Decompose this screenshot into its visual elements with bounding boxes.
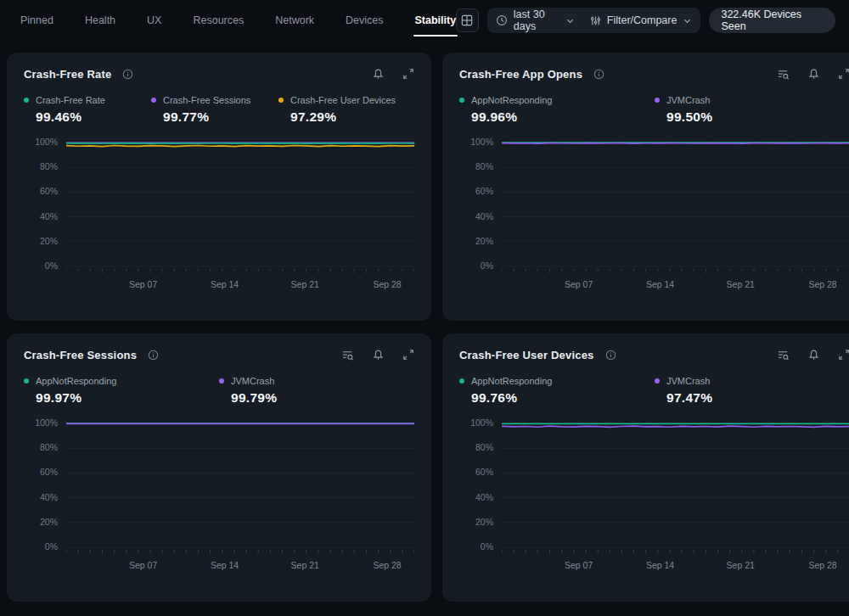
- legend-value: 99.50%: [666, 109, 849, 125]
- legend-dot: [278, 98, 284, 103]
- legend-item: AppNotResponding 99.96%: [459, 95, 655, 125]
- y-axis-label: 20%: [475, 236, 493, 246]
- time-range-dropdown[interactable]: last 30 days: [496, 8, 575, 32]
- legend-dot: [24, 378, 29, 384]
- list-search-icon[interactable]: [777, 349, 790, 361]
- legend-item: Crash-Free User Devices 97.29%: [278, 95, 406, 125]
- tab-pinned[interactable]: Pinned: [20, 8, 53, 33]
- y-axis-label: 100%: [470, 417, 493, 428]
- alert-bell-icon[interactable]: [807, 68, 820, 81]
- chart-plot-area[interactable]: Sep 07Sep 14Sep 21Sep 28: [502, 137, 849, 291]
- tab-health[interactable]: Health: [85, 8, 115, 33]
- list-search-icon[interactable]: [777, 68, 790, 81]
- alert-bell-icon[interactable]: [807, 349, 820, 361]
- legend-dot: [24, 98, 29, 103]
- tab-resources[interactable]: Resources: [193, 8, 244, 33]
- card-crash-free-app-opens: Crash-Free App Opens AppNotResponding 99…: [442, 53, 849, 321]
- series-line-JVMCrash: [502, 426, 849, 427]
- chart-legend: Crash-Free Rate 99.46% Crash-Free Sessio…: [24, 95, 414, 125]
- y-axis: 100%80%60%40%20%0%: [459, 418, 502, 556]
- alert-bell-icon[interactable]: [372, 349, 385, 361]
- line-chart-svg: [66, 418, 414, 556]
- toolbar-controls: last 30 days Filter/Compare 322: [456, 8, 835, 33]
- y-axis-label: 20%: [40, 517, 58, 527]
- filter-compare-label: Filter/Compare: [607, 14, 678, 26]
- legend-value: 99.46%: [36, 109, 151, 125]
- expand-icon[interactable]: [402, 349, 414, 361]
- y-axis-label: 20%: [475, 517, 493, 527]
- x-axis-label: Sep 21: [727, 279, 755, 289]
- y-axis: 100%80%60%40%20%0%: [24, 137, 66, 275]
- x-axis-label: Sep 21: [291, 560, 319, 570]
- y-axis-label: 0%: [45, 260, 58, 271]
- card-actions: [372, 68, 414, 81]
- x-axis-label: Sep 07: [565, 560, 593, 570]
- y-axis-label: 40%: [40, 492, 58, 502]
- grid-icon: [461, 14, 473, 26]
- y-axis-label: 20%: [40, 236, 58, 246]
- x-axis: Sep 07Sep 14Sep 21Sep 28: [66, 277, 414, 291]
- legend-item: Crash-Free Rate 99.46%: [24, 95, 151, 125]
- tab-devices[interactable]: Devices: [346, 8, 383, 33]
- devices-seen-label: 322.46K Devices Seen: [721, 8, 824, 32]
- y-axis-label: 60%: [475, 186, 493, 196]
- y-axis-label: 100%: [470, 137, 493, 147]
- card-actions: [777, 349, 849, 361]
- card-title: Crash-Free User Devices: [459, 349, 594, 361]
- legend-dot: [151, 98, 156, 103]
- line-chart-crash-free-rate: 100%80%60%40%20%0% Sep 07Sep 14Sep 21Sep…: [24, 137, 414, 291]
- y-axis-label: 80%: [40, 161, 58, 171]
- info-icon[interactable]: [122, 69, 133, 80]
- legend-item: Crash-Free Sessions 99.77%: [151, 95, 278, 125]
- legend-dot: [655, 378, 660, 384]
- filter-compare-dropdown[interactable]: Filter/Compare: [590, 14, 693, 26]
- chart-legend: AppNotResponding 99.97% JVMCrash 99.79%: [24, 376, 414, 406]
- card-crash-free-user-devices: Crash-Free User Devices AppNotResponding…: [442, 333, 849, 602]
- y-axis-label: 100%: [35, 417, 58, 428]
- legend-dot: [459, 98, 464, 103]
- card-title: Crash-Free Sessions: [24, 349, 137, 361]
- info-icon[interactable]: [593, 69, 604, 80]
- card-actions: [341, 349, 414, 361]
- y-axis: 100%80%60%40%20%0%: [459, 137, 502, 275]
- chart-plot-area[interactable]: Sep 07Sep 14Sep 21Sep 28: [66, 418, 414, 572]
- info-icon[interactable]: [148, 350, 159, 361]
- tab-stability[interactable]: Stability: [415, 8, 457, 33]
- y-axis-label: 0%: [481, 260, 493, 271]
- list-search-icon[interactable]: [341, 349, 354, 361]
- chart-plot-area[interactable]: Sep 07Sep 14Sep 21Sep 28: [502, 418, 849, 572]
- legend-label: Crash-Free Rate: [36, 95, 105, 105]
- dashboard-grid-button[interactable]: [456, 8, 479, 32]
- chart-legend: AppNotResponding 99.96% JVMCrash 99.50%: [459, 95, 849, 125]
- x-axis-label: Sep 21: [291, 279, 319, 289]
- card-title: Crash-Free App Opens: [459, 68, 582, 81]
- legend-label: JVMCrash: [666, 95, 710, 105]
- legend-label: Crash-Free Sessions: [163, 95, 250, 105]
- x-axis-label: Sep 07: [565, 279, 593, 289]
- card-header: Crash-Free Sessions: [24, 349, 414, 361]
- y-axis-label: 80%: [475, 161, 493, 171]
- legend-item: AppNotResponding 99.76%: [459, 376, 655, 406]
- expand-icon[interactable]: [402, 68, 414, 81]
- expand-icon[interactable]: [838, 349, 849, 361]
- y-axis-label: 60%: [40, 186, 58, 196]
- y-axis-label: 60%: [475, 467, 493, 477]
- x-axis-label: Sep 07: [129, 279, 157, 289]
- time-range-label: last 30 days: [514, 8, 559, 32]
- series-line-Crash-Free User Devices: [66, 146, 414, 147]
- legend-value: 97.47%: [666, 390, 849, 406]
- x-axis: Sep 07Sep 14Sep 21Sep 28: [502, 277, 849, 291]
- x-axis: Sep 07Sep 14Sep 21Sep 28: [502, 558, 849, 572]
- info-icon[interactable]: [605, 350, 616, 361]
- expand-icon[interactable]: [838, 68, 849, 81]
- legend-label: AppNotResponding: [471, 376, 552, 386]
- clock-icon: [496, 14, 508, 26]
- chart-plot-area[interactable]: Sep 07Sep 14Sep 21Sep 28: [66, 137, 414, 291]
- tab-network[interactable]: Network: [275, 8, 314, 33]
- chevron-down-icon: [683, 16, 692, 25]
- chart-legend: AppNotResponding 99.76% JVMCrash 97.47%: [459, 376, 849, 406]
- card-title: Crash-Free Rate: [24, 68, 111, 81]
- tab-ux[interactable]: UX: [147, 8, 161, 33]
- legend-label: JVMCrash: [666, 376, 710, 386]
- alert-bell-icon[interactable]: [372, 68, 385, 81]
